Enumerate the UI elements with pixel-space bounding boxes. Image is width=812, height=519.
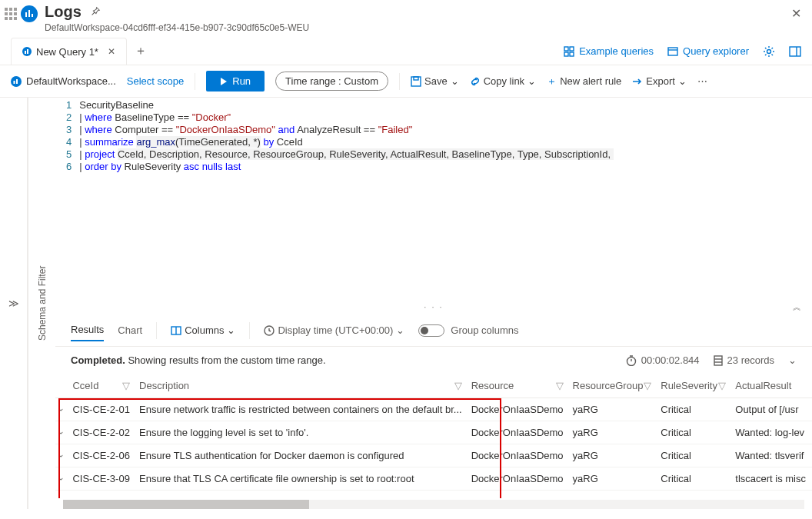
expand-chevron-icon[interactable]: › — [57, 408, 66, 411]
cell-resourcegroup: yaRG — [568, 398, 657, 421]
cell-resource: DockerOnIaaSDemo — [467, 467, 568, 491]
record-count: 23 records — [714, 354, 774, 366]
table-row[interactable]: ›CIS-CE-2-01Ensure network traffic is re… — [55, 398, 812, 421]
svg-rect-14 — [25, 51, 26, 54]
tab-close-icon[interactable]: ✕ — [108, 46, 115, 57]
svg-rect-29 — [414, 77, 418, 80]
th-resourcegroup[interactable]: ResourceGroup▽ — [568, 374, 657, 398]
chevron-down-icon[interactable]: ⌄ — [788, 354, 797, 366]
cell-resourcegroup: yaRG — [568, 491, 657, 499]
select-scope-link[interactable]: Select scope — [127, 75, 184, 87]
query-explorer-button[interactable]: Query explorer — [667, 45, 749, 57]
close-icon[interactable]: ✕ — [788, 3, 804, 24]
svg-rect-18 — [564, 52, 568, 56]
cell-resourcegroup: yaRG — [568, 421, 657, 444]
th-description[interactable]: Description▽ — [135, 374, 467, 398]
svg-point-22 — [767, 49, 771, 53]
toggle-switch[interactable] — [418, 324, 444, 337]
expand-chevron-icon[interactable]: › — [57, 454, 66, 457]
query-editor[interactable]: 123456 SecurityBaseline| where BaselineT… — [55, 98, 812, 175]
expand-chevron-icon[interactable]: › — [57, 477, 66, 481]
filter-icon[interactable]: ▽ — [644, 380, 651, 391]
svg-rect-12 — [32, 14, 33, 17]
run-button[interactable]: Run — [206, 71, 265, 91]
table-row[interactable]: ›CIS-CE-3-09Ensure that TLS CA certifica… — [55, 467, 812, 491]
splitter-handle[interactable]: · · ·︽ — [55, 299, 812, 314]
columns-icon — [171, 326, 181, 335]
page-title: Logs — [45, 3, 82, 21]
group-columns-toggle[interactable]: Group columns — [418, 324, 518, 337]
th-actualresult[interactable]: ActualResult — [730, 374, 812, 398]
more-icon[interactable]: ⋯ — [697, 75, 707, 87]
tab-results[interactable]: Results — [71, 319, 104, 341]
cell-cceid: CIS-CE-3-09 — [68, 467, 135, 491]
results-table: CceId▽ Description▽ Resource▽ ResourceGr… — [55, 374, 812, 498]
gear-icon[interactable] — [763, 45, 775, 58]
play-icon — [220, 78, 228, 85]
cell-description: Ensure centralized and remote logging is… — [135, 491, 467, 499]
panel-icon[interactable] — [789, 46, 801, 57]
svg-rect-27 — [16, 79, 18, 84]
cell-cceid: CIS-CE-2-01 — [68, 398, 135, 421]
tab-chart[interactable]: Chart — [118, 320, 142, 341]
export-button[interactable]: Export ⌄ — [632, 75, 687, 87]
waffle-icon[interactable] — [5, 8, 17, 20]
example-queries-button[interactable]: Example queries — [564, 45, 654, 57]
workspace-indicator[interactable]: DefaultWorkspace... — [11, 75, 116, 87]
tab-label: New Query 1* — [36, 46, 98, 58]
expand-chevron-icon[interactable]: › — [57, 431, 66, 434]
add-tab-button[interactable]: ＋ — [135, 43, 147, 59]
cell-actualresult: Wanted: tlsverif — [730, 444, 812, 467]
chevron-down-icon: ⌄ — [678, 75, 687, 87]
export-icon — [632, 78, 643, 85]
cell-severity: Critical — [656, 398, 730, 421]
save-button[interactable]: Save ⌄ — [411, 75, 459, 87]
cell-resourcegroup: yaRG — [568, 444, 657, 467]
left-rail-toggle[interactable]: ≫ — [0, 98, 28, 509]
filter-icon[interactable]: ▽ — [454, 380, 462, 391]
chevron-right-icon: ≫ — [8, 298, 19, 309]
th-cceid[interactable]: CceId▽ — [68, 374, 135, 398]
svg-rect-34 — [714, 356, 722, 365]
status-completed: Completed. — [71, 354, 125, 366]
cell-severity: Critical — [656, 467, 730, 491]
display-time-dropdown[interactable]: Display time (UTC+00:00) ⌄ — [264, 324, 404, 336]
th-resource[interactable]: Resource▽ — [467, 374, 568, 398]
svg-rect-7 — [9, 17, 12, 20]
svg-rect-3 — [5, 12, 8, 15]
tab-new-query[interactable]: New Query 1* ✕ — [11, 38, 127, 65]
filter-icon[interactable]: ▽ — [556, 380, 564, 391]
clock-icon — [264, 325, 275, 336]
cell-description: Ensure the logging level is set to 'info… — [135, 421, 467, 444]
th-severity[interactable]: RuleSeverity▽ — [656, 374, 730, 398]
time-range-pill[interactable]: Time range : Custom — [275, 72, 388, 91]
link-icon — [470, 76, 481, 87]
cell-actualresult: Output of [/usr — [730, 491, 812, 499]
plus-icon: ＋ — [547, 75, 557, 88]
horizontal-scrollbar[interactable] — [63, 500, 804, 509]
new-alert-button[interactable]: ＋ New alert rule — [547, 75, 621, 88]
cell-cceid: CIS-CE-2-02 — [68, 421, 135, 444]
cell-description: Ensure TLS authentication for Docker dae… — [135, 444, 467, 467]
page-header: Logs DefaultWorkspace-04cd6fff-ef34-415e… — [0, 0, 812, 38]
table-row[interactable]: ›CIS-CE-2-02Ensure the logging level is … — [55, 421, 812, 444]
caret-up-icon[interactable]: ︽ — [793, 301, 803, 313]
results-header: Results Chart Columns ⌄ Display time (UT… — [55, 314, 812, 347]
query-tab-icon — [22, 47, 32, 56]
table-row[interactable]: ›CIS-CE-2-06Ensure TLS authentication fo… — [55, 444, 812, 467]
schema-filter-rail[interactable]: Schema and Filter — [28, 98, 55, 509]
workspace-icon — [11, 76, 22, 87]
table-row[interactable]: ›CIS-CE-2-12Ensure centralized and remot… — [55, 491, 812, 499]
svg-rect-1 — [9, 8, 12, 11]
svg-rect-0 — [5, 8, 8, 11]
copy-link-button[interactable]: Copy link ⌄ — [470, 75, 536, 87]
columns-button[interactable]: Columns ⌄ — [171, 324, 235, 336]
pin-icon[interactable] — [90, 6, 101, 17]
svg-rect-10 — [25, 12, 27, 17]
filter-icon[interactable]: ▽ — [122, 380, 130, 391]
filter-icon[interactable]: ▽ — [718, 380, 726, 391]
cell-description: Ensure that TLS CA certificate file owne… — [135, 467, 467, 491]
chevron-down-icon: ⌄ — [227, 324, 235, 336]
cell-actualresult: tlscacert is misc — [730, 467, 812, 491]
svg-rect-4 — [9, 12, 12, 15]
